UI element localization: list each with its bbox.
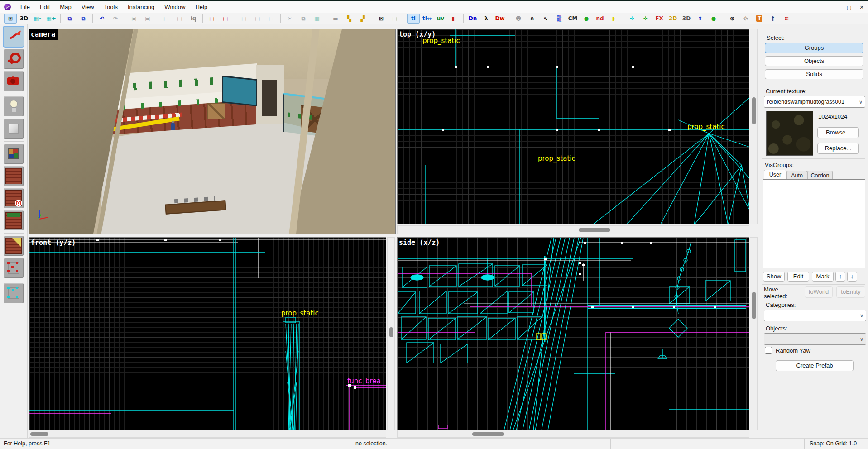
visgroup-move-down-button[interactable]: ↓ bbox=[847, 272, 857, 282]
visgroup-show-button[interactable]: Show bbox=[763, 272, 785, 282]
menu-help[interactable]: Help bbox=[190, 2, 212, 12]
magnify-tool[interactable] bbox=[4, 49, 24, 69]
morph-tool[interactable] bbox=[4, 283, 24, 303]
menu-edit[interactable]: Edit bbox=[35, 2, 55, 12]
run-map-wireframe-button[interactable]: Dw bbox=[494, 14, 506, 24]
viewport-side-2d[interactable]: side (x/z) bbox=[397, 237, 749, 430]
cut-button[interactable]: ✂ bbox=[283, 14, 296, 24]
toggle-3d-models-button[interactable]: 3D bbox=[680, 14, 693, 24]
flip-displacement-button[interactable]: ◧ bbox=[448, 14, 460, 24]
maximize-button[interactable]: ▢ bbox=[843, 3, 855, 12]
tab-cordon[interactable]: Cordon bbox=[807, 171, 833, 180]
block-tool[interactable] bbox=[4, 119, 24, 139]
toggle-tooltips-button[interactable]: T bbox=[753, 14, 766, 24]
smaller-grid-button[interactable]: ▦- bbox=[31, 14, 44, 24]
front-viewport-hscrollbar[interactable] bbox=[29, 430, 386, 438]
paste-button[interactable]: ▥ bbox=[311, 14, 323, 24]
cordon-crosshair-button[interactable]: ✛ bbox=[626, 14, 638, 24]
texture-application-tool[interactable] bbox=[4, 144, 24, 164]
entity-gallery-button[interactable]: ∩ bbox=[526, 14, 538, 24]
clipping-tool[interactable] bbox=[4, 236, 24, 256]
compile-map-button[interactable]: λ bbox=[480, 14, 493, 24]
block-preview-button[interactable]: ▬ bbox=[329, 14, 342, 24]
make-hollow-button[interactable]: ▞ bbox=[356, 14, 369, 24]
visgroup-move-up-button[interactable]: ↑ bbox=[835, 272, 845, 282]
menu-tools[interactable]: Tools bbox=[99, 2, 123, 12]
toggle-lamp-button[interactable]: † bbox=[767, 14, 779, 24]
viewport-camera-3d[interactable]: camera bbox=[29, 29, 396, 234]
sound-browser-button[interactable]: ∿ bbox=[539, 14, 552, 24]
menu-map[interactable]: Map bbox=[55, 2, 76, 12]
entity-report-button[interactable]: ☻ bbox=[512, 14, 525, 24]
texture-lock-button[interactable]: tl bbox=[407, 14, 420, 24]
apply-texture-tool[interactable] bbox=[4, 166, 24, 186]
texture-scale-lock-button[interactable]: tl↔ bbox=[421, 14, 433, 24]
cm-toggle-button[interactable]: CM bbox=[566, 14, 579, 24]
menu-instancing[interactable]: Instancing bbox=[123, 2, 159, 12]
visgroup-edit-button[interactable]: Edit bbox=[787, 272, 809, 282]
load-window-state-button[interactable]: ⧉ bbox=[63, 14, 76, 24]
close-button[interactable]: ✕ bbox=[855, 3, 868, 12]
toggle-2d-models-button[interactable]: 2D bbox=[667, 14, 679, 24]
side-viewport-hscrollbar[interactable] bbox=[397, 430, 749, 438]
minimize-button[interactable]: — bbox=[830, 3, 843, 12]
toggle-grid-button[interactable]: ⊞ bbox=[4, 14, 17, 24]
toggle-models-button[interactable]: ◗ bbox=[607, 14, 620, 24]
ignore-groups-button[interactable]: ⬚ bbox=[160, 14, 173, 24]
top-viewport-hscrollbar[interactable] bbox=[397, 225, 749, 234]
carve-button[interactable]: ▚ bbox=[343, 14, 355, 24]
select-groups-button[interactable]: Groups bbox=[765, 43, 863, 53]
vertex-tool[interactable] bbox=[4, 258, 24, 278]
entity-tool[interactable] bbox=[4, 96, 24, 116]
selection-tool[interactable] bbox=[4, 27, 24, 47]
overlay-tool[interactable] bbox=[4, 210, 24, 230]
to-world-button[interactable]: toWorld bbox=[805, 286, 833, 298]
visgroups-listbox[interactable] bbox=[763, 179, 865, 268]
select-touching-button[interactable]: ⊠ bbox=[375, 14, 388, 24]
undo-button[interactable]: ↶ bbox=[96, 14, 108, 24]
toggle-sphere-button[interactable]: ⊕ bbox=[726, 14, 739, 24]
select-inside-button[interactable]: ⬚ bbox=[388, 14, 401, 24]
select-group-mode-button[interactable]: ⬚ bbox=[238, 14, 250, 24]
menu-view[interactable]: View bbox=[77, 2, 99, 12]
hide-selected-button[interactable]: ⬚ bbox=[173, 14, 186, 24]
tab-user[interactable]: User bbox=[764, 170, 786, 180]
toggle-cordon-button[interactable]: ⬚ bbox=[206, 14, 218, 24]
toggle-tracks-button[interactable]: ≋ bbox=[780, 14, 793, 24]
top-viewport-vscrollbar[interactable] bbox=[750, 29, 758, 224]
visgroup-mark-button[interactable]: Mark bbox=[812, 272, 834, 282]
objects-combobox[interactable]: ∨ bbox=[764, 333, 866, 345]
camera-tool[interactable] bbox=[4, 71, 24, 91]
ungroup-button[interactable]: ▣ bbox=[141, 14, 154, 24]
viewport-top-2d[interactable]: prop_static prop_static prop_static top … bbox=[397, 29, 749, 224]
to-entity-button[interactable]: toEntity bbox=[836, 286, 865, 298]
toggle-light-preview-button[interactable]: ☼ bbox=[739, 14, 752, 24]
select-object-mode-button[interactable]: ⬚ bbox=[251, 14, 264, 24]
hide-unselected-button[interactable]: iq bbox=[187, 14, 200, 24]
cordon-bounds-button[interactable]: ✛ bbox=[639, 14, 652, 24]
texture-browser-button[interactable]: ▒ bbox=[553, 14, 566, 24]
texture-combobox[interactable]: re/blendswampmudtograss001 ∨ bbox=[764, 96, 865, 108]
random-yaw-checkbox[interactable] bbox=[765, 347, 772, 354]
side-viewport-vscrollbar[interactable] bbox=[750, 237, 758, 430]
decal-tool[interactable] bbox=[4, 188, 24, 208]
front-viewport-vscrollbar[interactable] bbox=[387, 237, 395, 430]
toggle-world-button[interactable]: ● bbox=[707, 14, 720, 24]
uv-lock-button[interactable]: uv bbox=[434, 14, 447, 24]
toggle-nodraw-button[interactable]: nd bbox=[594, 14, 606, 24]
menu-window[interactable]: Window bbox=[159, 2, 190, 12]
replace-button[interactable]: Replace... bbox=[817, 143, 859, 154]
browse-button[interactable]: Browse... bbox=[817, 127, 859, 138]
toggle-fx-button[interactable]: FX bbox=[653, 14, 666, 24]
select-solid-mode-button[interactable]: ⬚ bbox=[265, 14, 278, 24]
larger-grid-button[interactable]: ▦+ bbox=[45, 14, 58, 24]
create-prefab-button[interactable]: Create Prefab bbox=[776, 360, 854, 371]
categories-combobox[interactable]: ∨ bbox=[764, 310, 866, 321]
save-window-state-button[interactable]: ⧉ bbox=[77, 14, 90, 24]
select-objects-button[interactable]: Objects bbox=[765, 56, 863, 66]
select-solids-button[interactable]: Solids bbox=[765, 69, 863, 79]
menu-file[interactable]: File bbox=[15, 2, 35, 12]
viewport-front-2d[interactable]: prop_static func_brea front (y/z) bbox=[29, 237, 386, 430]
run-map-normal-button[interactable]: Dn bbox=[466, 14, 479, 24]
edit-cordon-button[interactable]: ⬚ bbox=[219, 14, 232, 24]
